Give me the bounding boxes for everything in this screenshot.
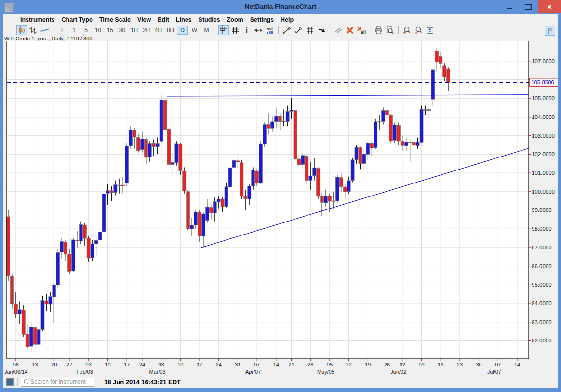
candle-down[interactable] [45,301,48,304]
candle-down[interactable] [408,142,412,143]
minimize-button[interactable] [499,0,519,13]
candle-up[interactable] [420,109,423,142]
candle-up[interactable] [114,184,117,192]
zoom-out-icon[interactable] [413,25,424,35]
candle-down[interactable] [305,156,308,180]
candle-down[interactable] [133,130,136,137]
candle-down[interactable] [236,161,240,162]
candle-up[interactable] [18,310,21,314]
candle-up[interactable] [351,160,354,181]
ohlc-bar-chart-icon[interactable] [28,25,39,35]
candle-down[interactable] [240,163,243,196]
timeframe-button-w[interactable]: W [189,26,200,35]
fit-vertical-icon[interactable] [425,25,435,35]
timeframe-button-4h[interactable]: 4H [153,26,164,35]
timeframe-button-m[interactable]: M [201,26,212,35]
candle-down[interactable] [317,168,320,196]
candle-down[interactable] [297,159,301,165]
candle-down[interactable] [447,69,450,82]
parallel-lines-icon[interactable] [333,25,344,35]
candle-up[interactable] [324,196,328,203]
candle-down[interactable] [64,242,67,254]
candle-up[interactable] [431,70,435,99]
candle-down[interactable] [339,178,343,187]
candle-down[interactable] [22,310,25,335]
candle-down[interactable] [179,144,182,170]
candle-down[interactable] [110,191,113,193]
pin-icon[interactable] [545,26,555,36]
candle-down[interactable] [267,124,270,128]
menu-item-zoom[interactable]: Zoom [224,16,247,23]
candle-up[interactable] [416,142,419,146]
candle-up[interactable] [29,327,33,346]
candle-down[interactable] [278,116,281,122]
candle-down[interactable] [389,115,393,141]
candle-up[interactable] [175,144,178,163]
candle-up[interactable] [194,212,198,225]
candle-up[interactable] [282,121,285,122]
candle-down[interactable] [439,56,442,63]
candle-down[interactable] [121,185,125,186]
horizontal-expand-icon[interactable] [253,25,264,35]
timeframe-button-15[interactable]: 15 [105,26,116,35]
info-icon[interactable]: i [241,25,252,35]
candle-down[interactable] [87,238,90,258]
candle-down[interactable] [412,142,415,145]
volume-icon[interactable]: vol [265,25,275,35]
candle-up[interactable] [290,110,293,112]
candle-up[interactable] [60,242,64,252]
candle-down[interactable] [152,143,155,147]
candle-down[interactable] [397,125,400,141]
candle-up[interactable] [259,144,263,183]
candle-down[interactable] [10,276,13,304]
candle-up[interactable] [79,224,82,241]
candle-down[interactable] [33,327,37,344]
candle-down[interactable] [83,225,86,238]
candle-down[interactable] [343,187,347,192]
candle-up[interactable] [301,156,305,165]
candle-down[interactable] [321,196,324,202]
candle-up[interactable] [263,124,266,144]
timeframe-button-5[interactable]: 5 [80,26,92,35]
menu-item-help[interactable]: Help [277,16,297,23]
candle-up[interactable] [217,199,220,202]
candle-up[interactable] [156,144,159,147]
zoom-in-icon[interactable] [401,25,412,35]
candle-down[interactable] [378,122,381,122]
candle-down[interactable] [209,208,213,213]
candle-down[interactable] [68,254,71,271]
candle-down[interactable] [359,148,362,164]
candle-up[interactable] [129,130,133,146]
trend-line-icon[interactable] [281,25,292,35]
candle-up[interactable] [140,139,144,150]
close-button[interactable]: ✕ [538,0,561,13]
candle-up[interactable] [228,168,232,187]
candle-down[interactable] [136,138,140,151]
candle-up[interactable] [382,110,385,121]
timeframe-button-8h[interactable]: 8H [165,26,176,35]
menu-item-settings[interactable]: Settings [247,16,277,23]
candle-down[interactable] [435,51,439,62]
candle-up[interactable] [125,146,129,183]
parallel-channel-icon[interactable] [305,25,315,35]
candle-up[interactable] [404,142,408,146]
candle-up[interactable] [148,144,151,157]
trend-line-ray-icon[interactable] [293,25,304,35]
connection-status-button[interactable] [6,378,14,386]
candle-up[interactable] [393,125,396,140]
candlestick-chart-icon[interactable] [16,25,27,35]
candle-up[interactable] [205,207,209,221]
line-chart-icon[interactable] [40,25,50,35]
candle-down[interactable] [370,143,374,148]
candle-down[interactable] [255,171,259,183]
candle-up[interactable] [366,143,370,155]
plot-area[interactable] [7,41,529,359]
menu-item-view[interactable]: View [134,16,154,23]
timeframe-button-2h[interactable]: 2H [141,26,152,35]
candle-down[interactable] [198,212,201,236]
candle-up[interactable] [274,116,278,122]
menu-item-lines[interactable]: Lines [173,16,195,23]
maximize-button[interactable] [519,0,538,13]
candle-up[interactable] [102,194,106,232]
candle-down[interactable] [75,240,79,241]
